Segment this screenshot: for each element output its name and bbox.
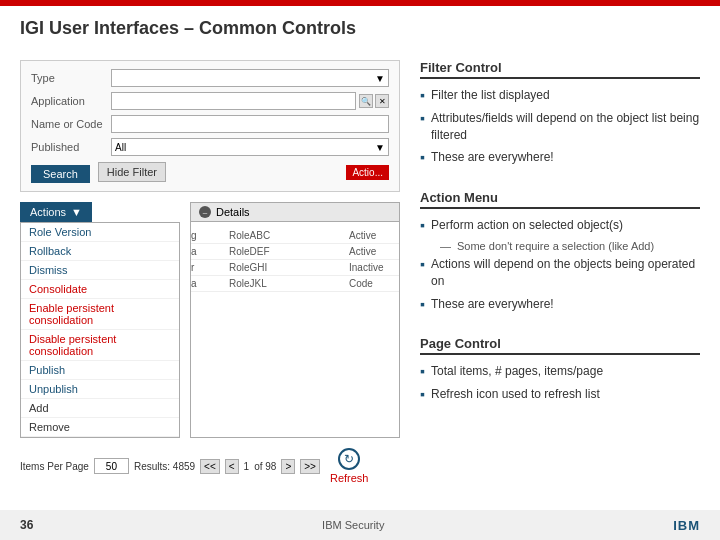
chevron-down-icon3: ▼ (71, 206, 82, 218)
bullet-icon-1: ▪ (420, 87, 425, 104)
menu-item-rollback[interactable]: Rollback (21, 242, 179, 261)
refresh-button[interactable]: ↻ (338, 448, 360, 470)
filter-mockup: Type ▼ Application 🔍 ✕ Name or Code (20, 60, 400, 192)
results-label: Results: 4859 (134, 461, 195, 472)
filter-label-application: Application (31, 95, 111, 107)
filter-bullet-3: ▪ These are everywhere! (420, 149, 700, 166)
pagination-row: Items Per Page Results: 4859 << < 1 of 9… (20, 448, 380, 484)
filter-input-name[interactable] (111, 115, 389, 133)
details-panel: – Details g RoleABC Active a RoleDEF Act… (190, 202, 400, 438)
table-rows: g RoleABC Active a RoleDEF Active r Role… (191, 228, 399, 292)
published-value: All (115, 142, 126, 153)
action-bullet-text-2: Actions will depend on the objects being… (431, 256, 700, 290)
filter-row-type: Type ▼ (31, 69, 389, 87)
bullet-icon-6: ▪ (420, 296, 425, 313)
chevron-down-icon: ▼ (375, 73, 385, 84)
filter-bullet-1: ▪ Filter the list displayed (420, 87, 700, 104)
nav-prev-button[interactable]: < (225, 459, 239, 474)
filter-input-application[interactable] (111, 92, 356, 110)
page-bullet-text-2: Refresh icon used to refresh list (431, 386, 600, 403)
bullet-icon-7: ▪ (420, 363, 425, 380)
items-per-page-label: Items Per Page (20, 461, 89, 472)
filter-row-application: Application 🔍 ✕ (31, 92, 389, 110)
table-row: r RoleGHI Inactive (191, 260, 399, 276)
menu-item-role-version[interactable]: Role Version (21, 223, 179, 242)
nav-next-button[interactable]: > (281, 459, 295, 474)
bullet-icon-4: ▪ (420, 217, 425, 234)
main-content: Type ▼ Application 🔍 ✕ Name or Code (0, 50, 720, 510)
filter-bullet-text-1: Filter the list displayed (431, 87, 550, 104)
page-bullet-1: ▪ Total items, # pages, items/page (420, 363, 700, 380)
details-label: Details (216, 206, 250, 218)
items-per-page-input[interactable] (94, 458, 129, 474)
filter-input-type[interactable]: ▼ (111, 69, 389, 87)
action-menu-heading: Action Menu (420, 190, 700, 209)
footer-page-number: 36 (20, 518, 33, 532)
details-header: – Details (191, 203, 399, 222)
page-header: IGI User Interfaces – Common Controls (0, 6, 720, 50)
search-button[interactable]: Search (31, 165, 90, 183)
page-current: 1 (244, 461, 250, 472)
menu-item-unpublish[interactable]: Unpublish (21, 380, 179, 399)
menu-item-publish[interactable]: Publish (21, 361, 179, 380)
nav-first-button[interactable]: << (200, 459, 220, 474)
bullet-icon-5: ▪ (420, 256, 425, 290)
pagination-area: Items Per Page Results: 4859 << < 1 of 9… (20, 448, 380, 484)
page-title: IGI User Interfaces – Common Controls (20, 18, 356, 39)
filter-bullet-2: ▪ Attributes/fields will depend on the o… (420, 110, 700, 144)
menu-item-remove[interactable]: Remove (21, 418, 179, 437)
actions-menu: Role Version Rollback Dismiss Consolidat… (20, 222, 180, 438)
menu-item-dismiss[interactable]: Dismiss (21, 261, 179, 280)
menu-item-add[interactable]: Add (21, 399, 179, 418)
menu-item-enable-persistent[interactable]: Enable persistent consolidation (21, 299, 179, 330)
actions-badge[interactable]: Actio... (346, 165, 389, 180)
filter-input-published[interactable]: All ▼ (111, 138, 389, 156)
chevron-down-icon2: ▼ (375, 142, 385, 153)
filter-control-heading: Filter Control (420, 60, 700, 79)
menu-item-disable-persistent[interactable]: Disable persistent consolidation (21, 330, 179, 361)
page-bullet-2: ▪ Refresh icon used to refresh list (420, 386, 700, 403)
filter-search-icon[interactable]: 🔍 (359, 94, 373, 108)
page-total: of 98 (254, 461, 276, 472)
bullet-icon-3: ▪ (420, 149, 425, 166)
left-panel: Type ▼ Application 🔍 ✕ Name or Code (0, 50, 400, 510)
page-bullet-text-1: Total items, # pages, items/page (431, 363, 603, 380)
action-bullet-3: ▪ These are everywhere! (420, 296, 700, 313)
table-row: a RoleJKL Code (191, 276, 399, 292)
action-bullet-text-1: Perform action on selected object(s) (431, 217, 623, 234)
filter-clear-icon[interactable]: ✕ (375, 94, 389, 108)
action-sub-text-1: Some don't require a selection (like Add… (457, 240, 654, 252)
nav-last-button[interactable]: >> (300, 459, 320, 474)
page-control-heading: Page Control (420, 336, 700, 355)
filter-row-name: Name or Code (31, 115, 389, 133)
bullet-icon-2: ▪ (420, 110, 425, 144)
filter-label-published: Published (31, 141, 111, 153)
actions-button[interactable]: Actions ▼ (20, 202, 92, 222)
footer-company: IBM Security (322, 519, 384, 531)
filter-actions-row: Search Hide Filter Actio... (31, 161, 389, 183)
filter-label-type: Type (31, 72, 111, 84)
filter-bullet-text-3: These are everywhere! (431, 149, 554, 166)
right-panel: Filter Control ▪ Filter the list display… (400, 50, 720, 510)
action-bullet-2: ▪ Actions will depend on the objects bei… (420, 256, 700, 290)
action-bullet-1: ▪ Perform action on selected object(s) (420, 217, 700, 234)
table-row: a RoleDEF Active (191, 244, 399, 260)
actions-dropdown: Actions ▼ Role Version Rollback Dismiss … (20, 202, 180, 438)
action-bullet-text-3: These are everywhere! (431, 296, 554, 313)
filter-row-published: Published All ▼ (31, 138, 389, 156)
filter-label-name: Name or Code (31, 118, 111, 130)
bullet-icon-8: ▪ (420, 386, 425, 403)
hide-filter-button[interactable]: Hide Filter (98, 162, 166, 182)
menu-item-consolidate[interactable]: Consolidate (21, 280, 179, 299)
sub-dash-icon: — (440, 240, 451, 252)
table-row: g RoleABC Active (191, 228, 399, 244)
details-close-icon[interactable]: – (199, 206, 211, 218)
ibm-logo: IBM (673, 518, 700, 533)
filter-bullet-text-2: Attributes/fields will depend on the obj… (431, 110, 700, 144)
action-sub-bullet-1: — Some don't require a selection (like A… (440, 240, 700, 252)
page-footer: 36 IBM Security IBM (0, 510, 720, 540)
refresh-label: Refresh (330, 472, 369, 484)
actions-area: Actions ▼ Role Version Rollback Dismiss … (20, 202, 400, 438)
